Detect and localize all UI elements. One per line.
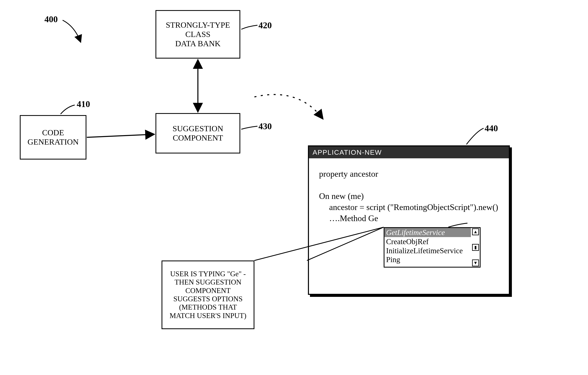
ref-430: 430 xyxy=(258,121,272,131)
ref-410: 410 xyxy=(77,99,90,109)
scrollbar[interactable]: ▲ ▮ ▼ xyxy=(472,228,480,267)
figure-ref: 400 xyxy=(44,14,58,24)
suggestion-item[interactable]: Ping xyxy=(384,255,471,264)
code-line-2: On new (me) xyxy=(319,191,364,201)
ref-420: 420 xyxy=(258,20,272,31)
suggestion-item-selected[interactable]: GetLifetimeService xyxy=(384,228,471,237)
suggestion-component-box: SUGGESTIONCOMPONENT xyxy=(156,113,240,154)
suggestion-dropdown[interactable]: GetLifetimeService CreateObjRef Initiali… xyxy=(384,227,481,268)
svg-line-0 xyxy=(87,134,155,137)
code-line-4: ….Method Ge xyxy=(329,213,378,224)
ref-440: 440 xyxy=(485,123,498,134)
callout-box: USER IS TYPING "Ge" -THEN SUGGESTIONCOMP… xyxy=(162,260,254,329)
suggestion-item[interactable]: InitializeLifetimeService xyxy=(384,246,471,255)
application-window: APPLICATION-NEW property ancestor On new… xyxy=(308,146,510,295)
code-line-1: property ancestor xyxy=(319,169,378,179)
data-bank-box: STRONGLY-TYPECLASSDATA BANK xyxy=(156,10,240,59)
code-generation-box: CODEGENERATION xyxy=(20,115,86,159)
suggestion-item[interactable]: CreateObjRef xyxy=(384,237,471,246)
scroll-thumb-icon[interactable]: ▮ xyxy=(472,244,479,251)
scroll-up-icon[interactable]: ▲ xyxy=(472,228,479,235)
window-title-bar: APPLICATION-NEW xyxy=(309,146,509,158)
code-line-3: ancestor = script ("RemotingObjectScript… xyxy=(329,202,498,213)
scroll-down-icon[interactable]: ▼ xyxy=(472,260,479,266)
